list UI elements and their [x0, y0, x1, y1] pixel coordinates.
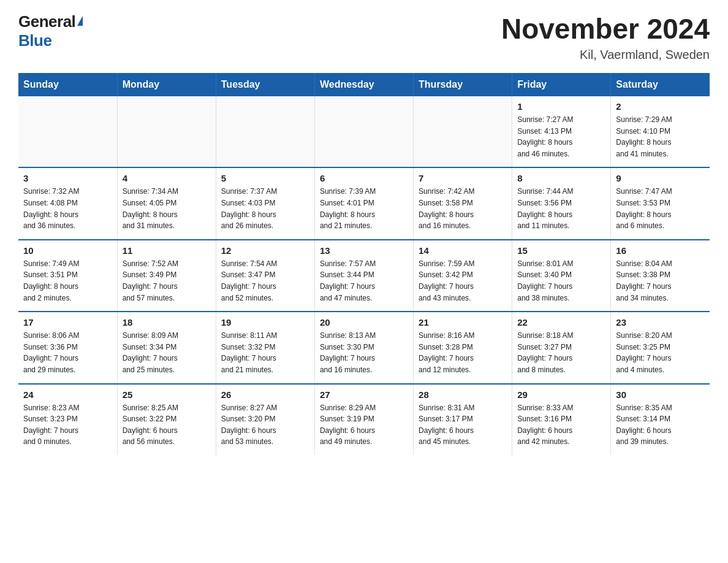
day-cell: 24Sunrise: 8:23 AM Sunset: 3:23 PM Dayli… [18, 384, 117, 455]
header-cell-wednesday: Wednesday [314, 73, 413, 96]
logo: General Blue [18, 12, 83, 50]
day-cell: 28Sunrise: 8:31 AM Sunset: 3:17 PM Dayli… [414, 384, 512, 455]
week-row-5: 24Sunrise: 8:23 AM Sunset: 3:23 PM Dayli… [18, 384, 710, 455]
day-info: Sunrise: 7:29 AM Sunset: 4:10 PM Dayligh… [616, 114, 705, 159]
day-cell [117, 96, 216, 167]
week-row-2: 3Sunrise: 7:32 AM Sunset: 4:08 PM Daylig… [18, 167, 710, 239]
day-info: Sunrise: 7:47 AM Sunset: 3:53 PM Dayligh… [616, 186, 705, 231]
day-number: 30 [616, 389, 705, 400]
day-info: Sunrise: 7:59 AM Sunset: 3:42 PM Dayligh… [419, 258, 507, 304]
day-number: 29 [517, 389, 605, 400]
day-number: 16 [616, 245, 705, 256]
day-info: Sunrise: 8:11 AM Sunset: 3:32 PM Dayligh… [221, 330, 309, 375]
day-number: 19 [221, 317, 309, 327]
day-number: 28 [419, 389, 507, 400]
header-cell-saturday: Saturday [611, 73, 710, 96]
header-cell-sunday: Sunday [18, 73, 117, 96]
day-cell: 16Sunrise: 8:04 AM Sunset: 3:38 PM Dayli… [611, 240, 710, 312]
header-cell-monday: Monday [117, 73, 216, 96]
day-info: Sunrise: 8:25 AM Sunset: 3:22 PM Dayligh… [123, 402, 211, 448]
day-cell: 20Sunrise: 8:13 AM Sunset: 3:30 PM Dayli… [314, 312, 413, 383]
day-info: Sunrise: 7:54 AM Sunset: 3:47 PM Dayligh… [221, 258, 309, 304]
day-cell: 2Sunrise: 7:29 AM Sunset: 4:10 PM Daylig… [611, 96, 710, 167]
day-cell: 10Sunrise: 7:49 AM Sunset: 3:51 PM Dayli… [18, 240, 117, 312]
calendar-header: SundayMondayTuesdayWednesdayThursdayFrid… [18, 73, 710, 96]
day-info: Sunrise: 7:32 AM Sunset: 4:08 PM Dayligh… [23, 186, 112, 231]
day-cell: 4Sunrise: 7:34 AM Sunset: 4:05 PM Daylig… [117, 167, 216, 239]
day-info: Sunrise: 8:31 AM Sunset: 3:17 PM Dayligh… [419, 402, 507, 448]
day-info: Sunrise: 8:13 AM Sunset: 3:30 PM Dayligh… [320, 330, 408, 375]
page-header: General Blue November 2024 Kil, Vaermlan… [18, 12, 710, 62]
day-info: Sunrise: 8:33 AM Sunset: 3:16 PM Dayligh… [517, 402, 605, 448]
day-cell: 1Sunrise: 7:27 AM Sunset: 4:13 PM Daylig… [512, 96, 611, 167]
day-number: 1 [517, 101, 605, 112]
day-info: Sunrise: 8:04 AM Sunset: 3:38 PM Dayligh… [616, 258, 705, 304]
day-info: Sunrise: 7:27 AM Sunset: 4:13 PM Dayligh… [517, 114, 605, 159]
logo-blue-text: Blue [18, 31, 51, 50]
day-number: 20 [320, 317, 408, 327]
header-row: SundayMondayTuesdayWednesdayThursdayFrid… [18, 73, 710, 96]
day-info: Sunrise: 7:49 AM Sunset: 3:51 PM Dayligh… [23, 258, 112, 304]
day-number: 21 [419, 317, 507, 327]
day-number: 9 [616, 173, 705, 183]
logo-general-text: General [18, 12, 75, 31]
day-cell: 15Sunrise: 8:01 AM Sunset: 3:40 PM Dayli… [512, 240, 611, 312]
header-cell-thursday: Thursday [414, 73, 512, 96]
day-number: 3 [23, 173, 112, 183]
day-number: 2 [616, 101, 705, 112]
day-info: Sunrise: 7:37 AM Sunset: 4:03 PM Dayligh… [221, 186, 309, 231]
day-info: Sunrise: 7:52 AM Sunset: 3:49 PM Dayligh… [123, 258, 211, 304]
calendar-table: SundayMondayTuesdayWednesdayThursdayFrid… [18, 73, 710, 455]
day-info: Sunrise: 7:44 AM Sunset: 3:56 PM Dayligh… [517, 186, 605, 231]
day-cell: 7Sunrise: 7:42 AM Sunset: 3:58 PM Daylig… [414, 167, 512, 239]
day-cell: 22Sunrise: 8:18 AM Sunset: 3:27 PM Dayli… [512, 312, 611, 383]
day-info: Sunrise: 7:39 AM Sunset: 4:01 PM Dayligh… [320, 186, 408, 231]
day-cell: 11Sunrise: 7:52 AM Sunset: 3:49 PM Dayli… [117, 240, 216, 312]
day-number: 24 [23, 389, 112, 400]
week-row-1: 1Sunrise: 7:27 AM Sunset: 4:13 PM Daylig… [18, 96, 710, 167]
day-cell: 8Sunrise: 7:44 AM Sunset: 3:56 PM Daylig… [512, 167, 611, 239]
day-cell: 14Sunrise: 7:59 AM Sunset: 3:42 PM Dayli… [414, 240, 512, 312]
header-cell-tuesday: Tuesday [216, 73, 314, 96]
day-number: 15 [517, 245, 605, 256]
day-number: 10 [23, 245, 112, 256]
day-cell: 19Sunrise: 8:11 AM Sunset: 3:32 PM Dayli… [216, 312, 314, 383]
day-number: 22 [517, 317, 605, 327]
day-cell: 5Sunrise: 7:37 AM Sunset: 4:03 PM Daylig… [216, 167, 314, 239]
day-number: 25 [123, 389, 211, 400]
day-info: Sunrise: 7:57 AM Sunset: 3:44 PM Dayligh… [320, 258, 408, 304]
day-cell [314, 96, 413, 167]
day-cell: 9Sunrise: 7:47 AM Sunset: 3:53 PM Daylig… [611, 167, 710, 239]
day-number: 14 [419, 245, 507, 256]
day-info: Sunrise: 8:18 AM Sunset: 3:27 PM Dayligh… [517, 330, 605, 375]
day-cell: 12Sunrise: 7:54 AM Sunset: 3:47 PM Dayli… [216, 240, 314, 312]
day-number: 7 [419, 173, 507, 183]
day-number: 5 [221, 173, 309, 183]
day-info: Sunrise: 8:27 AM Sunset: 3:20 PM Dayligh… [221, 402, 309, 448]
day-cell: 29Sunrise: 8:33 AM Sunset: 3:16 PM Dayli… [512, 384, 611, 455]
day-cell: 26Sunrise: 8:27 AM Sunset: 3:20 PM Dayli… [216, 384, 314, 455]
day-cell: 21Sunrise: 8:16 AM Sunset: 3:28 PM Dayli… [414, 312, 512, 383]
month-title: November 2024 [501, 12, 710, 45]
day-info: Sunrise: 8:01 AM Sunset: 3:40 PM Dayligh… [517, 258, 605, 304]
day-number: 13 [320, 245, 408, 256]
day-number: 23 [616, 317, 705, 327]
day-number: 18 [123, 317, 211, 327]
day-cell: 3Sunrise: 7:32 AM Sunset: 4:08 PM Daylig… [18, 167, 117, 239]
day-cell: 13Sunrise: 7:57 AM Sunset: 3:44 PM Dayli… [314, 240, 413, 312]
day-number: 12 [221, 245, 309, 256]
day-cell [18, 96, 117, 167]
day-info: Sunrise: 7:42 AM Sunset: 3:58 PM Dayligh… [419, 186, 507, 231]
day-number: 27 [320, 389, 408, 400]
day-info: Sunrise: 8:29 AM Sunset: 3:19 PM Dayligh… [320, 402, 408, 448]
day-info: Sunrise: 8:16 AM Sunset: 3:28 PM Dayligh… [419, 330, 507, 375]
calendar-body: 1Sunrise: 7:27 AM Sunset: 4:13 PM Daylig… [18, 96, 710, 455]
day-number: 6 [320, 173, 408, 183]
day-cell: 30Sunrise: 8:35 AM Sunset: 3:14 PM Dayli… [611, 384, 710, 455]
day-number: 8 [517, 173, 605, 183]
day-cell: 18Sunrise: 8:09 AM Sunset: 3:34 PM Dayli… [117, 312, 216, 383]
day-cell: 25Sunrise: 8:25 AM Sunset: 3:22 PM Dayli… [117, 384, 216, 455]
day-cell [414, 96, 512, 167]
week-row-3: 10Sunrise: 7:49 AM Sunset: 3:51 PM Dayli… [18, 240, 710, 312]
day-info: Sunrise: 8:23 AM Sunset: 3:23 PM Dayligh… [23, 402, 112, 448]
